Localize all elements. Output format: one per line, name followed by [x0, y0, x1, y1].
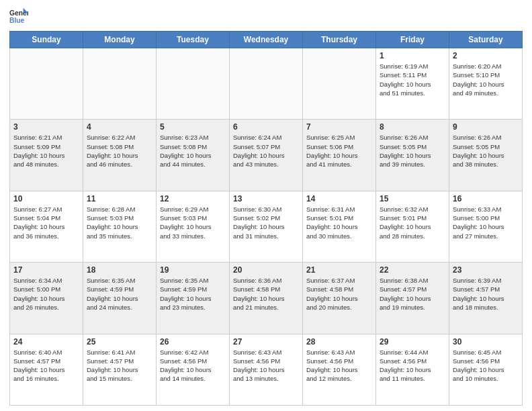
- day-cell: 20Sunrise: 6:36 AM Sunset: 4:58 PM Dayli…: [230, 263, 303, 334]
- day-cell: [83, 48, 157, 120]
- day-info: Sunrise: 6:23 AM Sunset: 5:08 PM Dayligh…: [160, 133, 226, 169]
- day-number: 1: [380, 51, 445, 60]
- day-cell: 18Sunrise: 6:35 AM Sunset: 4:59 PM Dayli…: [83, 263, 157, 334]
- day-info: Sunrise: 6:36 AM Sunset: 4:58 PM Dayligh…: [233, 276, 299, 312]
- day-cell: 6Sunrise: 6:24 AM Sunset: 5:07 PM Daylig…: [230, 120, 303, 191]
- day-info: Sunrise: 6:33 AM Sunset: 5:00 PM Dayligh…: [453, 205, 519, 240]
- day-info: Sunrise: 6:35 AM Sunset: 4:59 PM Dayligh…: [160, 276, 226, 312]
- day-info: Sunrise: 6:19 AM Sunset: 5:11 PM Dayligh…: [380, 62, 445, 97]
- weekday-header-tuesday: Tuesday: [157, 32, 230, 48]
- day-number: 24: [13, 337, 79, 347]
- week-row-5: 24Sunrise: 6:40 AM Sunset: 4:57 PM Dayli…: [10, 334, 523, 405]
- day-number: 15: [380, 194, 445, 203]
- day-cell: 11Sunrise: 6:28 AM Sunset: 5:03 PM Dayli…: [83, 191, 157, 262]
- header: General Blue: [9, 7, 523, 26]
- day-number: 22: [380, 265, 445, 275]
- day-number: 9: [453, 122, 519, 132]
- day-cell: 23Sunrise: 6:39 AM Sunset: 4:57 PM Dayli…: [449, 263, 523, 334]
- day-cell: 4Sunrise: 6:22 AM Sunset: 5:08 PM Daylig…: [83, 120, 157, 191]
- day-cell: 25Sunrise: 6:41 AM Sunset: 4:57 PM Dayli…: [83, 334, 157, 405]
- day-info: Sunrise: 6:27 AM Sunset: 5:04 PM Dayligh…: [13, 205, 79, 240]
- day-number: 17: [13, 265, 79, 275]
- day-cell: 27Sunrise: 6:43 AM Sunset: 4:56 PM Dayli…: [230, 334, 303, 405]
- day-number: 4: [87, 122, 152, 132]
- weekday-header-row: SundayMondayTuesdayWednesdayThursdayFrid…: [10, 32, 523, 48]
- day-cell: 15Sunrise: 6:32 AM Sunset: 5:01 PM Dayli…: [376, 191, 449, 262]
- day-cell: 26Sunrise: 6:42 AM Sunset: 4:56 PM Dayli…: [157, 334, 230, 405]
- day-info: Sunrise: 6:29 AM Sunset: 5:03 PM Dayligh…: [160, 205, 226, 240]
- page: General Blue SundayMondayTuesdayWednesda…: [0, 0, 532, 411]
- day-number: 23: [453, 265, 519, 275]
- day-number: 8: [380, 122, 445, 132]
- day-info: Sunrise: 6:45 AM Sunset: 4:56 PM Dayligh…: [453, 348, 519, 383]
- day-cell: 30Sunrise: 6:45 AM Sunset: 4:56 PM Dayli…: [449, 334, 523, 405]
- day-info: Sunrise: 6:22 AM Sunset: 5:08 PM Dayligh…: [87, 133, 152, 169]
- day-cell: 29Sunrise: 6:44 AM Sunset: 4:56 PM Dayli…: [376, 334, 449, 405]
- weekday-header-saturday: Saturday: [449, 32, 523, 48]
- week-row-3: 10Sunrise: 6:27 AM Sunset: 5:04 PM Dayli…: [10, 191, 523, 262]
- day-cell: [157, 48, 230, 120]
- day-info: Sunrise: 6:30 AM Sunset: 5:02 PM Dayligh…: [233, 205, 299, 240]
- day-info: Sunrise: 6:32 AM Sunset: 5:01 PM Dayligh…: [380, 205, 445, 240]
- day-number: 5: [160, 122, 226, 132]
- day-cell: 10Sunrise: 6:27 AM Sunset: 5:04 PM Dayli…: [10, 191, 83, 262]
- day-number: 27: [233, 337, 299, 347]
- day-number: 14: [306, 194, 372, 203]
- day-number: 26: [160, 337, 226, 347]
- calendar-table: SundayMondayTuesdayWednesdayThursdayFrid…: [9, 31, 523, 406]
- logo: General Blue: [9, 7, 28, 26]
- day-cell: 21Sunrise: 6:37 AM Sunset: 4:58 PM Dayli…: [303, 263, 376, 334]
- day-info: Sunrise: 6:44 AM Sunset: 4:56 PM Dayligh…: [380, 348, 445, 383]
- day-info: Sunrise: 6:21 AM Sunset: 5:09 PM Dayligh…: [13, 133, 79, 169]
- week-row-2: 3Sunrise: 6:21 AM Sunset: 5:09 PM Daylig…: [10, 120, 523, 191]
- day-cell: 1Sunrise: 6:19 AM Sunset: 5:11 PM Daylig…: [376, 48, 449, 120]
- day-cell: 22Sunrise: 6:38 AM Sunset: 4:57 PM Dayli…: [376, 263, 449, 334]
- day-number: 6: [233, 122, 299, 132]
- day-info: Sunrise: 6:20 AM Sunset: 5:10 PM Dayligh…: [453, 62, 519, 97]
- day-cell: 24Sunrise: 6:40 AM Sunset: 4:57 PM Dayli…: [10, 334, 83, 405]
- day-number: 16: [453, 194, 519, 203]
- day-info: Sunrise: 6:26 AM Sunset: 5:05 PM Dayligh…: [380, 133, 445, 169]
- day-cell: [10, 48, 83, 120]
- day-number: 21: [306, 265, 372, 275]
- day-info: Sunrise: 6:24 AM Sunset: 5:07 PM Dayligh…: [233, 133, 299, 169]
- day-info: Sunrise: 6:40 AM Sunset: 4:57 PM Dayligh…: [13, 348, 79, 383]
- weekday-header-thursday: Thursday: [303, 32, 376, 48]
- day-number: 19: [160, 265, 226, 275]
- day-info: Sunrise: 6:35 AM Sunset: 4:59 PM Dayligh…: [87, 276, 152, 312]
- week-row-1: 1Sunrise: 6:19 AM Sunset: 5:11 PM Daylig…: [10, 48, 523, 120]
- day-info: Sunrise: 6:26 AM Sunset: 5:05 PM Dayligh…: [453, 133, 519, 169]
- day-cell: [303, 48, 376, 120]
- day-cell: 8Sunrise: 6:26 AM Sunset: 5:05 PM Daylig…: [376, 120, 449, 191]
- day-cell: [230, 48, 303, 120]
- day-info: Sunrise: 6:34 AM Sunset: 5:00 PM Dayligh…: [13, 276, 79, 312]
- day-cell: 7Sunrise: 6:25 AM Sunset: 5:06 PM Daylig…: [303, 120, 376, 191]
- day-cell: 3Sunrise: 6:21 AM Sunset: 5:09 PM Daylig…: [10, 120, 83, 191]
- weekday-header-friday: Friday: [376, 32, 449, 48]
- day-info: Sunrise: 6:37 AM Sunset: 4:58 PM Dayligh…: [306, 276, 372, 312]
- day-number: 10: [13, 194, 79, 203]
- day-info: Sunrise: 6:28 AM Sunset: 5:03 PM Dayligh…: [87, 205, 152, 240]
- day-cell: 28Sunrise: 6:43 AM Sunset: 4:56 PM Dayli…: [303, 334, 376, 405]
- day-info: Sunrise: 6:39 AM Sunset: 4:57 PM Dayligh…: [453, 276, 519, 312]
- day-cell: 16Sunrise: 6:33 AM Sunset: 5:00 PM Dayli…: [449, 191, 523, 262]
- day-cell: 14Sunrise: 6:31 AM Sunset: 5:01 PM Dayli…: [303, 191, 376, 262]
- day-info: Sunrise: 6:31 AM Sunset: 5:01 PM Dayligh…: [306, 205, 372, 240]
- day-cell: 19Sunrise: 6:35 AM Sunset: 4:59 PM Dayli…: [157, 263, 230, 334]
- weekday-header-sunday: Sunday: [10, 32, 83, 48]
- day-info: Sunrise: 6:43 AM Sunset: 4:56 PM Dayligh…: [233, 348, 299, 383]
- day-number: 28: [306, 337, 372, 347]
- day-cell: 13Sunrise: 6:30 AM Sunset: 5:02 PM Dayli…: [230, 191, 303, 262]
- day-number: 2: [453, 51, 519, 60]
- svg-text:Blue: Blue: [9, 17, 25, 24]
- day-number: 29: [380, 337, 445, 347]
- day-number: 11: [87, 194, 152, 203]
- day-number: 7: [306, 122, 372, 132]
- day-info: Sunrise: 6:43 AM Sunset: 4:56 PM Dayligh…: [306, 348, 372, 383]
- day-info: Sunrise: 6:42 AM Sunset: 4:56 PM Dayligh…: [160, 348, 226, 383]
- day-number: 18: [87, 265, 152, 275]
- day-cell: 17Sunrise: 6:34 AM Sunset: 5:00 PM Dayli…: [10, 263, 83, 334]
- day-info: Sunrise: 6:38 AM Sunset: 4:57 PM Dayligh…: [380, 276, 445, 312]
- day-number: 30: [453, 337, 519, 347]
- weekday-header-wednesday: Wednesday: [230, 32, 303, 48]
